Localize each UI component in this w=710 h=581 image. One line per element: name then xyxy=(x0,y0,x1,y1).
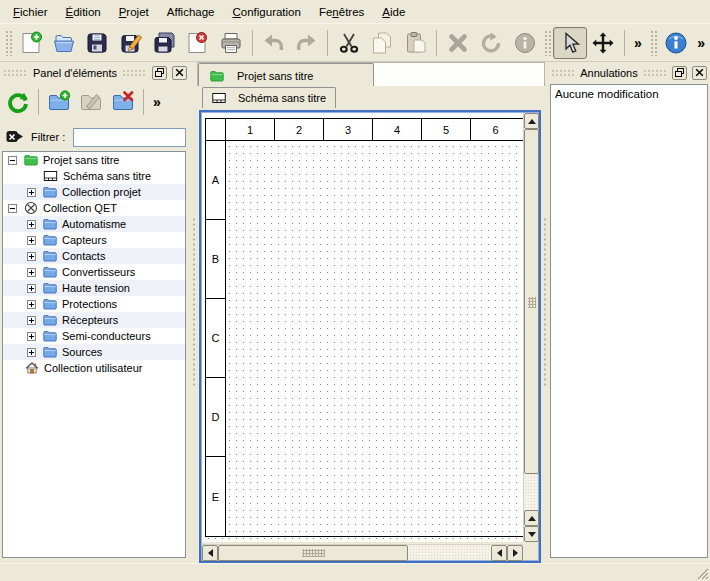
delete-button[interactable] xyxy=(441,27,474,59)
dock-drag-handle[interactable] xyxy=(122,69,147,77)
expand-icon[interactable] xyxy=(27,268,36,277)
diagram-viewport[interactable]: 123456 ABCDE xyxy=(202,113,523,542)
undo-list-item[interactable]: Aucune modification xyxy=(551,85,707,102)
close-panel-button[interactable] xyxy=(172,66,187,80)
horizontal-scrollbar-thumb[interactable] xyxy=(218,545,408,561)
menu-affichage[interactable]: Affichage xyxy=(158,2,224,22)
expand-icon[interactable] xyxy=(27,300,36,309)
redo-button[interactable] xyxy=(290,27,323,59)
new-category-button[interactable] xyxy=(43,86,75,118)
diagram-tabbar: Schéma sans titre xyxy=(197,86,545,108)
tree-item-recepteurs[interactable]: Récepteurs xyxy=(3,312,185,328)
tree-item-protections[interactable]: Protections xyxy=(3,296,185,312)
expand-icon[interactable] xyxy=(27,236,36,245)
copy-button[interactable] xyxy=(366,27,399,59)
paste-button[interactable] xyxy=(399,27,432,59)
reload-collections-button[interactable] xyxy=(2,86,34,118)
tree-item-semi-conducteurs[interactable]: Semi-conducteurs xyxy=(3,328,185,344)
clear-filter-icon[interactable] xyxy=(6,128,24,147)
edit-category-button[interactable] xyxy=(75,86,107,118)
save-as-button[interactable] xyxy=(114,27,147,59)
tab-project[interactable]: Projet sans titre xyxy=(198,63,374,87)
arrow-up-icon xyxy=(528,516,536,521)
toolbar-extension-button[interactable]: » xyxy=(629,35,647,51)
scroll-left-button-2[interactable] xyxy=(491,545,507,561)
collapse-icon[interactable] xyxy=(8,204,17,213)
scroll-up-button[interactable] xyxy=(524,113,539,129)
cut-button[interactable] xyxy=(332,27,365,59)
undo-dock-titlebar[interactable]: Annulations xyxy=(551,64,707,81)
tree-item-collection-projet[interactable]: Collection projet xyxy=(3,184,185,200)
dock-drag-handle[interactable] xyxy=(643,69,667,77)
expand-icon[interactable] xyxy=(27,220,36,229)
menu-aide[interactable]: Aide xyxy=(373,2,414,22)
scroll-right-button[interactable] xyxy=(507,545,523,561)
vertical-scrollbar-thumb[interactable] xyxy=(524,129,539,474)
toolbar-extension-button[interactable]: » xyxy=(148,94,166,110)
tree-item-collection-qet[interactable]: Collection QET xyxy=(3,200,185,216)
tree-item-contacts[interactable]: Contacts xyxy=(3,248,185,264)
move-tool-button[interactable] xyxy=(587,27,620,59)
delete-category-button[interactable] xyxy=(107,86,139,118)
tree-item-sources[interactable]: Sources xyxy=(3,344,185,360)
tree-item-projet-sans-titre[interactable]: Projet sans titre xyxy=(3,152,185,168)
dock-drag-handle[interactable] xyxy=(3,69,28,77)
rotate-button[interactable] xyxy=(475,27,508,59)
expand-icon[interactable] xyxy=(27,252,36,261)
resize-grip[interactable] xyxy=(695,566,709,580)
element-panel-titlebar[interactable]: Panel d'éléments xyxy=(3,64,187,81)
arrow-up-icon xyxy=(528,119,536,124)
new-document-button[interactable] xyxy=(14,27,47,59)
close-panel-button[interactable] xyxy=(692,66,707,80)
tree-item-convertisseurs[interactable]: Convertisseurs xyxy=(3,264,185,280)
right-splitter[interactable] xyxy=(541,62,548,560)
expand-icon[interactable] xyxy=(27,348,36,357)
select-tool-button[interactable] xyxy=(553,27,586,59)
collapse-icon[interactable] xyxy=(8,156,17,165)
close-document-button[interactable] xyxy=(181,27,214,59)
tree-item-schema-sans-titre[interactable]: Schéma sans titre xyxy=(3,168,185,184)
about-info-button[interactable] xyxy=(659,27,692,59)
save-icon xyxy=(84,30,110,56)
filter-input[interactable] xyxy=(73,128,186,147)
qet-icon xyxy=(22,201,39,215)
left-splitter[interactable] xyxy=(190,62,197,560)
scroll-left-button[interactable] xyxy=(202,545,218,561)
vertical-scrollbar[interactable] xyxy=(523,113,538,542)
toolbar-handle[interactable] xyxy=(4,29,12,56)
expand-icon[interactable] xyxy=(27,332,36,341)
menu-fichier[interactable]: Fichier xyxy=(4,2,57,22)
save-button[interactable] xyxy=(81,27,114,59)
toolbar-extension-button[interactable]: » xyxy=(692,35,710,51)
expand-icon[interactable] xyxy=(27,316,36,325)
diagram-view[interactable]: 123456 ABCDE xyxy=(199,110,541,563)
horizontal-scrollbar[interactable] xyxy=(202,544,523,560)
element-info-button[interactable] xyxy=(508,27,541,59)
expand-icon[interactable] xyxy=(27,284,36,293)
tree-item-collection-utilisateur[interactable]: Collection utilisateur xyxy=(3,360,185,376)
toolbar-handle[interactable] xyxy=(543,29,551,56)
float-panel-button[interactable] xyxy=(672,66,687,80)
new-document-icon xyxy=(18,30,44,56)
menu-configuration[interactable]: Configuration xyxy=(224,2,310,22)
element-panel-toolbar: » xyxy=(2,83,188,121)
float-panel-button[interactable] xyxy=(152,66,167,80)
tree-item-capteurs[interactable]: Capteurs xyxy=(3,232,185,248)
scroll-up-button-2[interactable] xyxy=(524,510,539,526)
tree-item-automatisme[interactable]: Automatisme xyxy=(3,216,185,232)
expand-icon[interactable] xyxy=(27,188,36,197)
save-all-button[interactable] xyxy=(147,27,180,59)
menu-fenetres[interactable]: Fenêtres xyxy=(310,2,373,22)
toolbar-handle[interactable] xyxy=(649,29,657,56)
print-button[interactable] xyxy=(214,27,247,59)
dock-drag-handle[interactable] xyxy=(551,69,575,77)
open-document-button[interactable] xyxy=(47,27,80,59)
tree-item-haute-tension[interactable]: Haute tension xyxy=(3,280,185,296)
menu-projet[interactable]: Projet xyxy=(110,2,158,22)
undo-history-list: Aucune modification xyxy=(550,84,708,558)
column-header-row: 123456 xyxy=(206,119,523,141)
undo-button[interactable] xyxy=(257,27,290,59)
menu-edition[interactable]: Édition xyxy=(57,2,110,22)
tab-diagram[interactable]: Schéma sans titre xyxy=(202,87,336,108)
scroll-down-button[interactable] xyxy=(524,526,539,542)
